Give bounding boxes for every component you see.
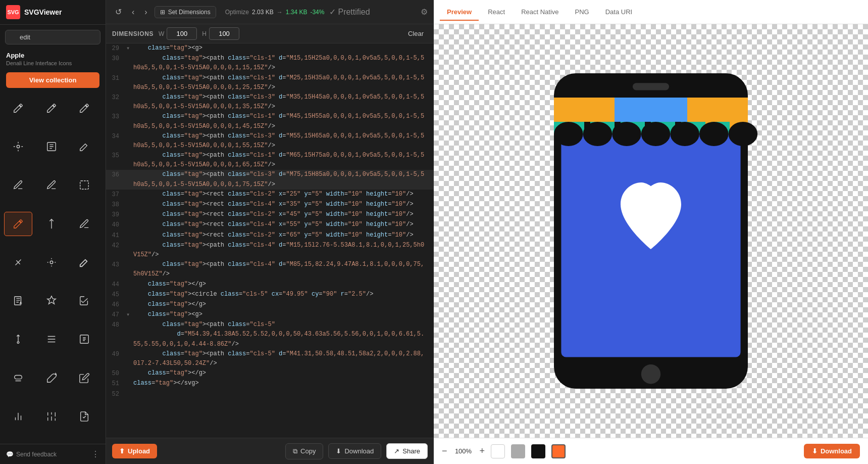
line-content: class="tag"><g>: [133, 43, 428, 53]
svg-point-4: [50, 261, 53, 264]
line-content: class="tag"></svg>: [133, 379, 428, 388]
swatch-gray[interactable]: [511, 444, 525, 458]
icon-cell-pencil-3[interactable]: [70, 96, 98, 120]
code-line: 35 class="tag"><path class="cls-1" d="M6…: [106, 151, 434, 170]
icon-cell-edit-2[interactable]: [70, 212, 98, 236]
share-icon: ↗: [394, 447, 399, 455]
icon-cell-sliders[interactable]: [37, 404, 66, 429]
line-toggle[interactable]: ▾: [126, 310, 133, 320]
back-button[interactable]: ‹: [129, 6, 137, 19]
width-input[interactable]: [167, 27, 197, 40]
send-feedback-button[interactable]: 💬 Send feedback: [6, 451, 57, 458]
line-toggle: [126, 200, 133, 200]
icon-cell-tool-1[interactable]: [4, 327, 32, 351]
collection-info: Apple Denali Line Interface Icons: [0, 48, 106, 69]
forward-button[interactable]: ›: [141, 6, 150, 19]
icon-cell-needle[interactable]: [37, 212, 66, 236]
preview-tabs: Preview React React Native PNG Data URI: [434, 0, 868, 24]
icon-cell-pen-3[interactable]: [37, 250, 66, 274]
code-line: 48 class="tag"><path class="cls-5" d="M5…: [106, 320, 434, 349]
preview-bottom-bar: − 100% + ⬇ Download: [434, 438, 868, 464]
icon-cell-brush[interactable]: [37, 366, 66, 390]
tab-react[interactable]: React: [481, 4, 512, 21]
code-line: 29▾ class="tag"><g>: [106, 43, 434, 54]
icon-cell-pen-1[interactable]: [4, 134, 32, 159]
code-editor[interactable]: 29▾ class="tag"><g>30 class="tag"><path …: [106, 43, 434, 438]
icon-cell-edit-3[interactable]: [70, 366, 98, 390]
line-number: 39: [106, 210, 126, 220]
icon-cell-disabled[interactable]: [70, 173, 98, 197]
icon-cell-pencil-2[interactable]: [37, 96, 66, 120]
icon-cell-doc-edit[interactable]: [4, 289, 32, 313]
swatch-white[interactable]: [491, 444, 505, 458]
zoom-out-button[interactable]: −: [442, 446, 447, 456]
icon-cell-pen-2[interactable]: [4, 250, 32, 274]
code-line: 44 class="tag"></g>: [106, 280, 434, 290]
line-content: class="tag"></g>: [133, 368, 428, 378]
code-line: 31 class="tag"><path class="cls-1" d="M2…: [106, 73, 434, 92]
swatch-black[interactable]: [531, 444, 545, 458]
view-collection-button[interactable]: View collection: [6, 72, 99, 88]
code-line: 45 class="tag"><circle class="cls-5" cx=…: [106, 290, 434, 300]
code-line: 47▾ class="tag"><g>: [106, 310, 434, 320]
line-content: class="tag"><path class="cls-4" d="M15,1…: [133, 241, 428, 260]
code-line: 46 class="tag"></g>: [106, 300, 434, 310]
code-line: 49 class="tag"><path class="cls-5" d="M4…: [106, 349, 434, 368]
code-line: 50 class="tag"></g>: [106, 368, 434, 379]
code-line: 34 class="tag"><path class="cls-3" d="M5…: [106, 131, 434, 151]
line-toggle: [126, 280, 133, 280]
icon-cell-pencil-active[interactable]: [4, 212, 32, 236]
tab-data-uri[interactable]: Data URI: [598, 4, 639, 21]
more-options-icon[interactable]: ⋮: [91, 449, 99, 459]
icon-cell-edit-1[interactable]: [37, 134, 66, 159]
line-toggle: [126, 92, 133, 93]
icon-cell-tool-2[interactable]: [37, 327, 66, 351]
icon-cell-doc-check[interactable]: [70, 404, 98, 429]
copy-button[interactable]: ⧉ Copy: [285, 443, 323, 459]
icon-cell-check-edit[interactable]: [70, 289, 98, 313]
tab-png[interactable]: PNG: [568, 4, 596, 21]
search-area: 🔍: [0, 25, 106, 48]
line-content: class="tag"><g>: [133, 310, 428, 319]
height-group: H: [202, 27, 239, 40]
line-number: 37: [106, 190, 126, 200]
sidebar: SVG SVGViewer 🔍 Apple Denali Line Interf…: [0, 0, 106, 464]
line-toggle[interactable]: ▾: [126, 43, 133, 54]
icon-cell-pencil-1[interactable]: [4, 96, 32, 120]
icon-cell-tool-3[interactable]: [70, 327, 98, 351]
settings-button[interactable]: ⚙: [421, 7, 428, 17]
height-input[interactable]: [209, 27, 239, 40]
preview-download-button[interactable]: ⬇ Download: [804, 444, 860, 458]
code-line: 43 class="tag"><path class="cls-4" d="M8…: [106, 260, 434, 279]
share-button[interactable]: ↗ Share: [386, 443, 428, 459]
code-line: 51class="tag"></svg>: [106, 379, 434, 389]
tab-react-native[interactable]: React Native: [514, 4, 566, 21]
tab-preview[interactable]: Preview: [440, 4, 479, 21]
set-dims-icon: ⊞: [160, 9, 165, 16]
line-toggle: [126, 389, 133, 390]
line-toggle: [126, 112, 133, 112]
clear-button[interactable]: Clear: [404, 28, 428, 39]
refresh-button[interactable]: ↺: [112, 5, 125, 19]
line-content: class="tag"><path class="cls-5" d="M41.3…: [133, 349, 428, 368]
icon-cell-marker[interactable]: [37, 289, 66, 313]
line-number: 38: [106, 200, 126, 210]
swatch-orange[interactable]: [551, 444, 566, 458]
line-toggle: [126, 230, 133, 231]
icon-cell-write-2[interactable]: [37, 173, 66, 197]
line-number: 44: [106, 280, 126, 290]
set-dimensions-button[interactable]: ⊞ Set Dimensions: [155, 6, 216, 18]
icon-cell-chart[interactable]: [4, 404, 32, 429]
icon-cell-pencil-4[interactable]: [70, 134, 98, 159]
icon-cell-write-1[interactable]: [4, 173, 32, 197]
icon-cell-pen-4[interactable]: [70, 250, 98, 274]
line-toggle: [126, 190, 133, 190]
icon-cell-stamp[interactable]: [4, 366, 32, 390]
upload-button[interactable]: ⬆ Upload: [112, 444, 157, 458]
code-line: 42 class="tag"><path class="cls-4" d="M1…: [106, 241, 434, 260]
zoom-in-button[interactable]: +: [480, 446, 485, 456]
line-number: 48: [106, 320, 126, 330]
download-button[interactable]: ⬇ Download: [328, 443, 381, 459]
dimensions-bar: DIMENSIONS W H Clear: [106, 24, 434, 43]
search-input[interactable]: [5, 30, 100, 44]
